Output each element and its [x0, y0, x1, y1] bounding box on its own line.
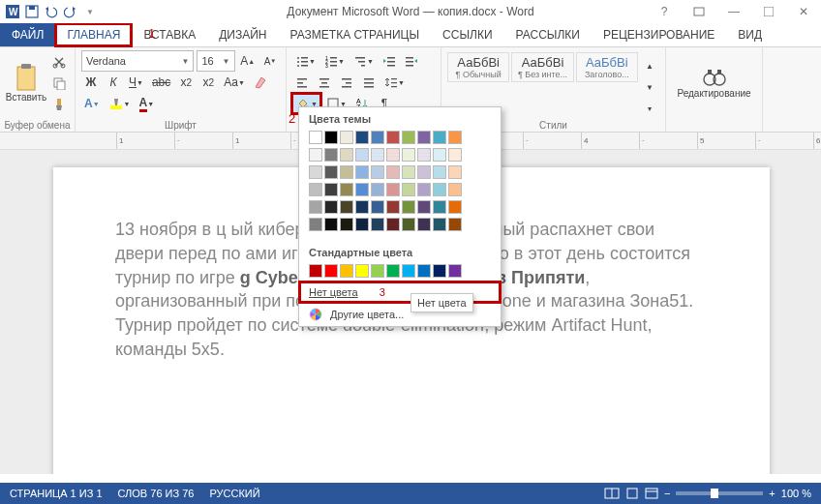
- italic-button[interactable]: К: [104, 73, 123, 92]
- font-color-button[interactable]: A▼: [137, 94, 158, 113]
- status-lang[interactable]: РУССКИЙ: [209, 488, 259, 499]
- color-swatch[interactable]: [417, 264, 431, 278]
- align-right-button[interactable]: [337, 73, 356, 92]
- bold-button[interactable]: Ж: [81, 73, 101, 92]
- color-swatch[interactable]: [371, 218, 384, 231]
- help-icon[interactable]: ?: [651, 3, 678, 20]
- color-swatch[interactable]: [417, 131, 431, 144]
- change-case-button[interactable]: Aa▼: [221, 73, 248, 92]
- color-swatch[interactable]: [340, 264, 353, 278]
- highlight-button[interactable]: ▼: [106, 94, 134, 113]
- bullets-button[interactable]: ▼: [292, 51, 319, 71]
- color-swatch[interactable]: [340, 165, 353, 179]
- status-words[interactable]: СЛОВ 76 ИЗ 76: [118, 488, 195, 499]
- styles-more-icon[interactable]: ▾: [640, 99, 659, 118]
- tab-file[interactable]: ФАЙЛ: [0, 23, 55, 46]
- tab-mailings[interactable]: РАССЫЛКИ: [504, 23, 592, 46]
- color-swatch[interactable]: [386, 218, 400, 231]
- color-swatch[interactable]: [324, 148, 338, 162]
- color-swatch[interactable]: [448, 148, 462, 162]
- maximize-icon[interactable]: [755, 3, 782, 20]
- color-swatch[interactable]: [448, 165, 462, 179]
- color-swatch[interactable]: [340, 200, 353, 214]
- color-swatch[interactable]: [324, 200, 338, 214]
- decrease-font-button[interactable]: A▼: [260, 51, 280, 71]
- tab-insert[interactable]: ВСТАВКА: [132, 23, 207, 46]
- color-swatch[interactable]: [340, 218, 353, 231]
- color-swatch[interactable]: [417, 183, 431, 196]
- color-swatch[interactable]: [386, 165, 400, 179]
- color-swatch[interactable]: [309, 165, 322, 179]
- increase-indent-button[interactable]: [402, 51, 421, 71]
- clear-format-button[interactable]: [251, 73, 270, 92]
- strike-button[interactable]: abc: [149, 73, 173, 92]
- color-swatch[interactable]: [433, 148, 446, 162]
- color-swatch[interactable]: [309, 131, 322, 144]
- color-swatch[interactable]: [371, 183, 384, 196]
- color-swatch[interactable]: [386, 264, 400, 278]
- ribbon-display-icon[interactable]: [685, 3, 713, 20]
- color-swatch[interactable]: [402, 131, 415, 144]
- color-swatch[interactable]: [386, 200, 400, 214]
- zoom-slider[interactable]: [676, 491, 763, 495]
- color-swatch[interactable]: [371, 148, 384, 162]
- color-swatch[interactable]: [340, 183, 353, 196]
- color-swatch[interactable]: [371, 200, 384, 214]
- tab-view[interactable]: ВИД: [726, 23, 774, 46]
- decrease-indent-button[interactable]: [380, 51, 399, 71]
- color-swatch[interactable]: [309, 148, 322, 162]
- color-swatch[interactable]: [355, 183, 369, 196]
- editing-button[interactable]: Редактирование: [672, 50, 756, 114]
- minimize-icon[interactable]: —: [720, 3, 747, 20]
- color-swatch[interactable]: [417, 200, 431, 214]
- color-swatch[interactable]: [324, 183, 338, 196]
- color-swatch[interactable]: [371, 165, 384, 179]
- color-swatch[interactable]: [448, 183, 462, 196]
- color-swatch[interactable]: [386, 131, 400, 144]
- increase-font-button[interactable]: A▲: [238, 51, 258, 71]
- zoom-in-icon[interactable]: +: [769, 488, 775, 499]
- color-swatch[interactable]: [324, 218, 338, 231]
- color-swatch[interactable]: [355, 148, 369, 162]
- color-swatch[interactable]: [371, 264, 384, 278]
- color-swatch[interactable]: [386, 148, 400, 162]
- color-swatch[interactable]: [417, 148, 431, 162]
- color-swatch[interactable]: [433, 200, 446, 214]
- color-swatch[interactable]: [433, 183, 446, 196]
- align-center-button[interactable]: [315, 73, 334, 92]
- font-name-combo[interactable]: Verdana▼: [81, 50, 194, 72]
- color-swatch[interactable]: [433, 131, 446, 144]
- styles-up-icon[interactable]: ▲: [640, 56, 659, 75]
- qat-dropdown-icon[interactable]: ▼: [81, 3, 99, 20]
- superscript-button[interactable]: x2: [198, 73, 218, 92]
- line-spacing-button[interactable]: ▼: [381, 73, 408, 92]
- underline-button[interactable]: Ч ▼: [126, 73, 146, 92]
- tab-layout[interactable]: РАЗМЕТКА СТРАНИЦЫ: [279, 23, 432, 46]
- cut-button[interactable]: [49, 52, 69, 72]
- undo-icon[interactable]: [43, 3, 60, 20]
- style-heading[interactable]: АаБбВі Заголово...: [576, 52, 638, 82]
- color-swatch[interactable]: [433, 264, 446, 278]
- color-swatch[interactable]: [340, 148, 353, 162]
- tab-home[interactable]: ГЛАВНАЯ: [55, 23, 132, 46]
- view-read-icon[interactable]: [604, 488, 620, 499]
- multilevel-button[interactable]: ▼: [350, 51, 377, 71]
- color-swatch[interactable]: [340, 131, 353, 144]
- close-icon[interactable]: ✕: [790, 3, 817, 20]
- style-nospacing[interactable]: АаБбВі ¶ Без инте...: [511, 52, 573, 82]
- color-swatch[interactable]: [448, 264, 462, 278]
- color-swatch[interactable]: [433, 218, 446, 231]
- color-swatch[interactable]: [448, 200, 462, 214]
- color-swatch[interactable]: [371, 131, 384, 144]
- color-swatch[interactable]: [355, 218, 369, 231]
- color-swatch[interactable]: [402, 183, 415, 196]
- tab-design[interactable]: ДИЗАЙН: [207, 23, 278, 46]
- color-swatch[interactable]: [402, 218, 415, 231]
- justify-button[interactable]: [359, 73, 379, 92]
- color-swatch[interactable]: [324, 131, 338, 144]
- view-print-icon[interactable]: [625, 488, 639, 499]
- color-swatch[interactable]: [324, 264, 338, 278]
- color-swatch[interactable]: [309, 264, 322, 278]
- format-painter-button[interactable]: [49, 95, 69, 114]
- color-swatch[interactable]: [386, 183, 400, 196]
